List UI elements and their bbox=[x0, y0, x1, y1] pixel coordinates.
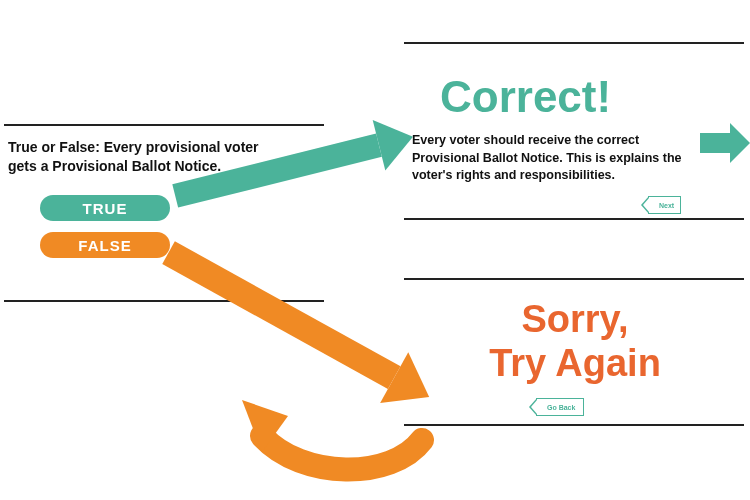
next-button-label: Next bbox=[659, 202, 674, 209]
svg-rect-0 bbox=[700, 133, 730, 153]
svg-rect-4 bbox=[162, 241, 400, 389]
sorry-bottom-rule bbox=[404, 424, 744, 426]
svg-marker-3 bbox=[373, 111, 420, 170]
correct-heading: Correct! bbox=[440, 72, 611, 122]
arrow-true-to-correct-icon bbox=[175, 140, 425, 230]
go-back-button[interactable]: Go Back bbox=[536, 398, 584, 416]
arrow-continue-icon bbox=[700, 118, 750, 168]
svg-marker-1 bbox=[730, 123, 750, 163]
sorry-heading-line2: Try Again bbox=[489, 342, 661, 384]
correct-top-rule bbox=[404, 42, 744, 44]
sorry-heading: Sorry, Try Again bbox=[460, 298, 690, 385]
true-button[interactable]: TRUE bbox=[40, 195, 170, 221]
go-back-button-label: Go Back bbox=[547, 404, 575, 411]
sorry-heading-line1: Sorry, bbox=[521, 298, 628, 340]
correct-bottom-rule bbox=[404, 218, 744, 220]
arrow-go-back-icon bbox=[222, 380, 432, 490]
correct-explanation: Every voter should receive the correct P… bbox=[412, 132, 692, 185]
question-top-rule bbox=[4, 124, 324, 126]
svg-rect-2 bbox=[172, 134, 382, 208]
sorry-top-rule bbox=[404, 278, 744, 280]
next-button[interactable]: Next bbox=[648, 196, 681, 214]
false-button[interactable]: FALSE bbox=[40, 232, 170, 258]
